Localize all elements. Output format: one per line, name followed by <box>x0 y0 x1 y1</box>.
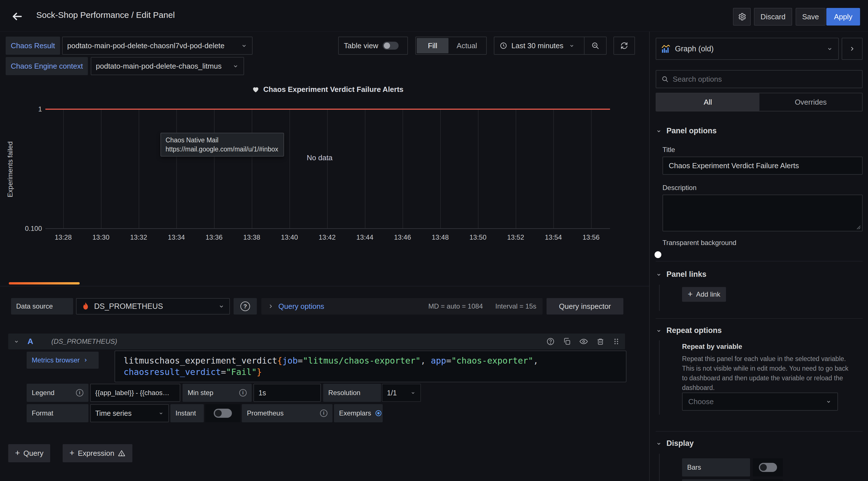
query-options-bar[interactable]: Query options MD = auto = 1084 Interval … <box>261 298 542 314</box>
variable-select-chaos-result[interactable]: podtato-main-pod-delete-chaosnl7vd-pod-d… <box>62 37 253 55</box>
section-panel-options[interactable]: Panel options <box>656 126 717 135</box>
help-circle-icon <box>240 301 250 311</box>
bars-toggle[interactable] <box>759 463 777 472</box>
visualization-name: Graph (old) <box>675 44 714 53</box>
chevron-right-icon <box>83 358 88 363</box>
x-tick-label: 13:54 <box>545 233 562 241</box>
section-panel-links[interactable]: Panel links <box>656 270 706 279</box>
active-tab-underline <box>9 282 80 284</box>
data-source-picker[interactable]: DS_PROMETHEUS <box>76 298 230 314</box>
description-textarea[interactable] <box>662 194 863 232</box>
format-label-text: Format <box>32 409 53 417</box>
delete-query-icon[interactable] <box>596 337 604 346</box>
min-step-value: 1s <box>258 389 266 397</box>
promql-expression-line: chaosresult_verdict="Fail"} <box>124 366 617 378</box>
resolution-select[interactable]: 1/1 <box>382 384 421 402</box>
add-link-button[interactable]: Add link <box>682 287 726 302</box>
gridline <box>516 110 516 228</box>
gridline <box>440 110 441 228</box>
actual-option[interactable]: Actual <box>448 41 485 50</box>
section-divider <box>656 261 863 262</box>
x-tick-label: 13:42 <box>319 233 336 241</box>
format-select[interactable]: Time series <box>90 404 169 422</box>
chevron-down-icon <box>656 271 662 278</box>
discard-button[interactable]: Discard <box>754 8 792 26</box>
metrics-browser-button[interactable]: Metrics browser <box>27 352 99 369</box>
back-arrow-icon[interactable] <box>11 10 23 23</box>
options-collapse-button[interactable] <box>842 38 863 60</box>
refresh-button[interactable] <box>614 37 635 55</box>
x-tick-label: 13:38 <box>243 233 260 241</box>
apply-button[interactable]: Apply <box>826 8 860 26</box>
section-heading: Repeat options <box>666 326 722 335</box>
section-display[interactable]: Display <box>656 439 694 448</box>
description-field-label: Description <box>662 184 696 192</box>
add-link-label: Add link <box>696 291 720 298</box>
variable-select-chaos-engine[interactable]: podtato-main-pod-delete-chaos_litmus <box>91 57 244 75</box>
options-panel-divider <box>649 32 650 481</box>
promql-expression-field[interactable]: litmuschaos_experiment_verdict{job="litm… <box>115 351 626 382</box>
variable-label-text: Chaos Result <box>11 41 55 50</box>
x-tick-label: 13:36 <box>206 233 222 241</box>
time-picker-group: Last 30 minutes <box>494 37 607 55</box>
add-query-button[interactable]: Query <box>8 444 50 462</box>
fill-option[interactable]: Fill <box>417 38 448 53</box>
toggle-visibility-icon[interactable] <box>579 337 588 346</box>
editor-tab-bar: Query 1 Transform 0 Alert 1 <box>0 261 649 287</box>
resolution-label: Resolution <box>323 384 381 402</box>
visualization-picker[interactable]: Graph (old) <box>656 38 839 60</box>
data-source-label: Data source <box>11 298 73 314</box>
next-option-row-sliver <box>682 479 750 481</box>
tooltip-title: Chaos Native Mail <box>165 136 279 145</box>
format-label: Format <box>27 404 88 422</box>
all-overrides-segmented: All Overrides <box>656 93 863 112</box>
resize-handle-icon[interactable] <box>856 224 861 230</box>
section-heading: Panel options <box>666 126 717 135</box>
tab-all[interactable]: All <box>656 93 760 111</box>
exemplars-control[interactable]: Exemplars <box>334 404 383 422</box>
zoom-out-button[interactable] <box>584 37 606 54</box>
instant-toggle-box <box>205 404 240 422</box>
chevron-down-icon <box>410 390 416 396</box>
chevron-down-icon <box>241 42 247 49</box>
legend-input[interactable]: {{app_label}} - {{chaos… <box>90 384 180 402</box>
section-repeat-options[interactable]: Repeat options <box>656 326 722 335</box>
save-button[interactable]: Save <box>796 8 826 26</box>
duplicate-query-icon[interactable] <box>563 337 571 346</box>
add-expression-button[interactable]: Expression <box>63 444 132 462</box>
plot-area[interactable]: 13:2813:3013:3213:3413:3613:3813:4013:42… <box>45 109 610 229</box>
header-bar: Sock-Shop Performance / Edit Panel Disca… <box>0 0 868 32</box>
prometheus-icon <box>81 302 90 311</box>
drag-handle-icon[interactable] <box>613 337 620 346</box>
metrics-browser-label: Metrics browser <box>32 356 80 364</box>
query-row-header[interactable]: A (DS_PROMETHEUS) <box>8 333 625 350</box>
data-source-help-button[interactable] <box>234 298 257 314</box>
y-tick-top: 1 <box>11 105 42 113</box>
table-view-control[interactable]: Table view <box>338 37 408 55</box>
time-range-picker[interactable]: Last 30 minutes <box>494 37 584 54</box>
time-range-label: Last 30 minutes <box>512 41 563 50</box>
gridline <box>478 110 478 228</box>
format-value: Time series <box>95 409 131 418</box>
table-view-toggle[interactable] <box>383 42 399 50</box>
section-heading: Display <box>666 439 694 448</box>
exemplars-label-text: Exemplars <box>339 409 371 417</box>
repeat-description-line: Repeat this panel for each value in the … <box>682 354 848 364</box>
panel-title-input[interactable]: Chaos Experiment Verdict Failure Alerts <box>662 156 863 175</box>
panel-settings-button[interactable] <box>733 8 751 26</box>
query-help-icon[interactable] <box>546 337 555 346</box>
x-tick-label: 13:40 <box>281 233 298 241</box>
gear-icon <box>737 12 746 21</box>
gridline <box>327 110 328 228</box>
next-toggle-sliver <box>753 479 783 481</box>
min-step-input[interactable]: 1s <box>253 384 321 402</box>
query-inspector-button[interactable]: Query inspector <box>547 298 623 314</box>
repeat-variable-select[interactable]: Choose <box>682 392 838 411</box>
chevron-down-icon <box>656 128 662 134</box>
search-icon <box>661 76 669 83</box>
x-tick-label: 13:28 <box>55 233 72 241</box>
search-options-input[interactable]: Search options <box>656 70 863 88</box>
alert-heart-icon <box>252 86 259 93</box>
tab-overrides[interactable]: Overrides <box>760 98 862 107</box>
instant-toggle[interactable] <box>214 409 232 418</box>
